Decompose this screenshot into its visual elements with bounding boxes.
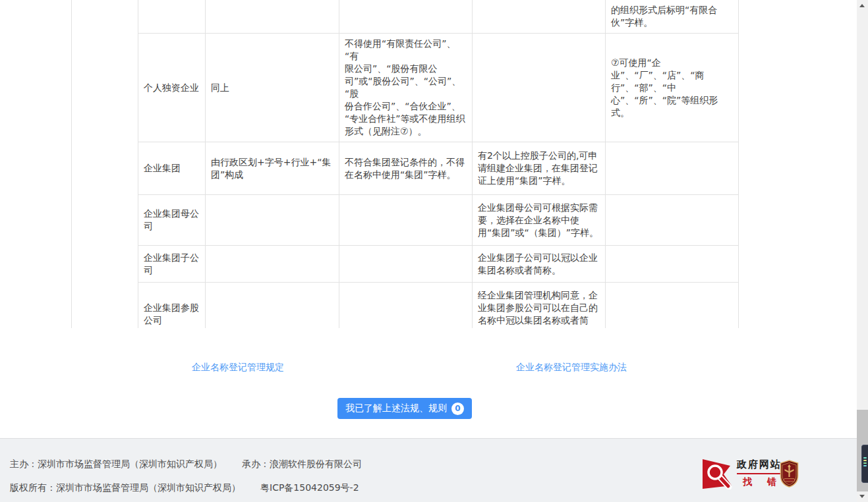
link-name-registration-regulation[interactable]: 企业名称登记管理规定 <box>192 362 284 374</box>
table-cell: 的组织形式后标明“有限合 伙”字样。 <box>606 0 739 34</box>
copyright-value: 深圳市市场监督管理局（深圳市知识产权局） <box>56 482 241 493</box>
table-cell <box>606 142 739 195</box>
regulation-links: 企业名称登记管理规定 企业名称登记管理实施办法 <box>71 362 738 375</box>
table-cell: 企业集团 <box>138 142 206 195</box>
error-logo-title: 政府网站 <box>737 459 782 474</box>
table-cell: 不符合集团登记条件的，不得 在名称中使用“集团”字样。 <box>339 142 473 195</box>
page: 的组织形式后标明“有限合 伙”字样。 个人独资企业 同上 不得使用“有限责任公司… <box>0 0 868 502</box>
table-cell <box>473 34 606 142</box>
table-row: 企业集团子公 司 企业集团子公司可以冠以企业 集团名称或者简称。 <box>72 246 739 283</box>
link-name-registration-implementation[interactable]: 企业名称登记管理实施办法 <box>516 362 627 374</box>
table-cell: ⑦可使用“企 业”、“厂”、“店”、“商 行”、“部”、“中 心”、“所”、“院… <box>606 34 739 142</box>
error-report-logo-text: 政府网站 找 错 <box>737 457 782 489</box>
confirm-understood-button[interactable]: 我已了解上述法规、规则 0 <box>337 398 472 419</box>
table-row: 企业集团 由行政区划+字号+行业+“集 团”构成 不符合集团登记条件的，不得 在… <box>72 142 739 195</box>
table-cell <box>206 246 339 283</box>
countdown-badge: 0 <box>451 403 464 415</box>
host-value: 深圳市市场监督管理局（深圳市知识产权局） <box>38 459 222 469</box>
table-cell <box>339 283 473 329</box>
table-cell <box>473 0 606 34</box>
widget-tick-icon <box>863 465 867 466</box>
table-cell <box>606 283 739 329</box>
side-panel-handle-widget[interactable] <box>861 445 868 483</box>
table-cell <box>339 246 473 283</box>
table-cell <box>206 283 339 329</box>
table-row: 企业集团母公 司 企业集团母公司可根据实际需 要，选择在企业名称中使 用“集团”… <box>72 195 739 246</box>
table-cell <box>138 0 206 34</box>
table-cell: 由行政区划+字号+行业+“集 团”构成 <box>206 142 339 195</box>
organizer-label: 承办： <box>242 459 270 469</box>
table-cell: 同上 <box>206 34 339 142</box>
confirm-button-label: 我已了解上述法规、规则 <box>345 403 447 414</box>
footer-host-line: 主办：深圳市市场监督管理局（深圳市知识产权局）承办：浪潮软件股份有限公司 <box>10 459 362 470</box>
organizer-value: 浪潮软件股份有限公司 <box>270 459 362 469</box>
widget-tick-icon <box>863 462 867 464</box>
table-cell: 有2个以上控股子公司的,可申 请组建企业集团，在集团登记 证上使用“集团”字样。 <box>473 142 606 195</box>
scrollbar-down-arrow-icon[interactable] <box>857 491 868 502</box>
copyright-label: 版权所有： <box>10 482 56 493</box>
gov-site-error-report-logo[interactable]: 政府网站 找 错 <box>702 457 777 489</box>
table-cell: 企业集团母公 司 <box>138 195 206 246</box>
table-cell: 经企业集团管理机构同意，企 业集团参股公司可以在自己的 名称中冠以集团名称或者简… <box>473 283 606 329</box>
widget-tick-icon <box>863 457 867 459</box>
table-row: 企业集团参股 公司 经企业集团管理机构同意，企 业集团参股公司可以在自己的 名称… <box>72 283 739 329</box>
footer-copyright-line: 版权所有：深圳市市场监督管理局（深圳市知识产权局）粤ICP备15042059号-… <box>10 482 359 494</box>
table-cell: 不得使用“有限责任公司”、“有 限公司”、“股份有限公 司”或“股份公司”、“公… <box>339 34 473 142</box>
icp-number: 粤ICP备15042059号-2 <box>260 482 359 493</box>
table-cell <box>339 0 473 34</box>
scrollbar-up-arrow-icon[interactable] <box>857 0 868 11</box>
table-cell <box>206 195 339 246</box>
rules-table: 的组织形式后标明“有限合 伙”字样。 个人独资企业 同上 不得使用“有限责任公司… <box>71 0 739 328</box>
table-cell: 企业集团参股 公司 <box>138 283 206 329</box>
table-cell: 企业集团子公 司 <box>138 246 206 283</box>
table-cell <box>606 195 739 246</box>
table-cell <box>606 246 739 283</box>
error-logo-subtitle: 找 错 <box>737 476 782 488</box>
widget-tick-icon <box>863 460 867 461</box>
vertical-scrollbar[interactable] <box>857 0 868 502</box>
host-label: 主办： <box>10 459 38 469</box>
table-row: 个人独资企业 同上 不得使用“有限责任公司”、“有 限公司”、“股份有限公 司”… <box>72 34 739 142</box>
table-cell: 企业集团母公司可根据实际需 要，选择在企业名称中使 用“集团”或“（集团）”字样… <box>473 195 606 246</box>
table-cell: 企业集团子公司可以冠以企业 集团名称或者简称。 <box>473 246 606 283</box>
gov-agency-shield-badge-icon[interactable] <box>780 460 799 488</box>
table-row: 的组织形式后标明“有限合 伙”字样。 <box>72 0 739 34</box>
table-cell-category <box>72 0 138 328</box>
table-cell <box>339 195 473 246</box>
magnifier-flag-icon <box>702 457 732 489</box>
table-cell <box>206 0 339 34</box>
table-cell: 个人独资企业 <box>138 34 206 142</box>
